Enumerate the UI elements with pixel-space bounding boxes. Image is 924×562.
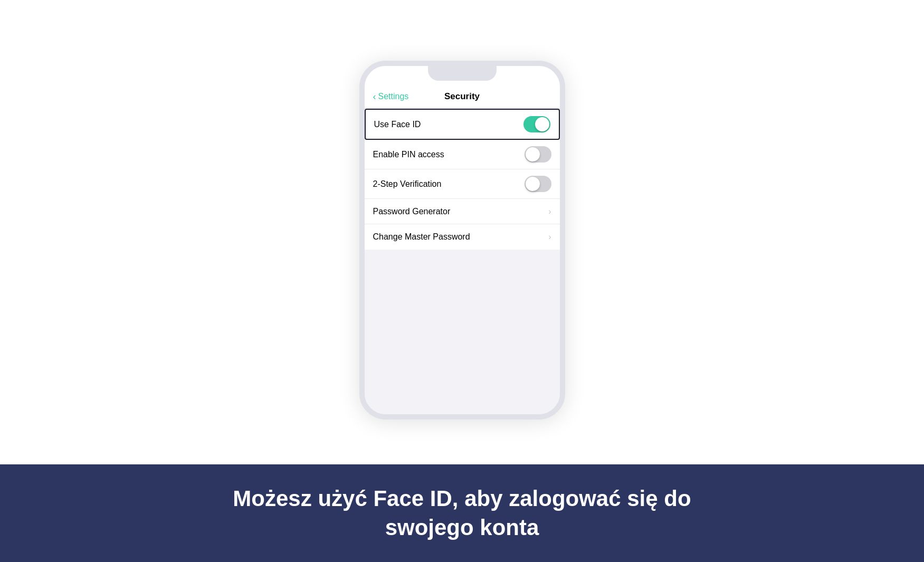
- face-id-toggle-knob: [535, 117, 549, 131]
- phone-notch: [428, 66, 497, 81]
- nav-title: Security: [444, 91, 480, 102]
- pin-access-toggle-knob: [526, 147, 540, 161]
- face-id-label: Use Face ID: [374, 120, 421, 129]
- main-content: ‹ Settings Security Use Face ID: [0, 0, 924, 464]
- two-step-label: 2-Step Verification: [373, 179, 442, 189]
- settings-row-face-id[interactable]: Use Face ID: [365, 109, 560, 140]
- two-step-toggle[interactable]: [525, 176, 551, 192]
- caption-text: Możesz użyć Face ID, aby zalogować się d…: [233, 484, 691, 542]
- pin-access-toggle[interactable]: [525, 146, 551, 163]
- change-master-password-label: Change Master Password: [373, 232, 470, 242]
- caption-line2: swojego konta: [385, 515, 539, 540]
- password-generator-label: Password Generator: [373, 207, 451, 216]
- settings-list: Use Face ID Enable PIN access: [365, 109, 560, 414]
- settings-row-password-generator[interactable]: Password Generator ›: [365, 199, 560, 224]
- settings-row-change-master-password[interactable]: Change Master Password ›: [365, 224, 560, 250]
- pin-access-label: Enable PIN access: [373, 150, 444, 159]
- phone-mockup: ‹ Settings Security Use Face ID: [359, 61, 565, 420]
- face-id-toggle[interactable]: [523, 116, 550, 132]
- back-button[interactable]: ‹ Settings: [373, 91, 409, 102]
- settings-row-pin-access[interactable]: Enable PIN access: [365, 140, 560, 169]
- caption-line1: Możesz użyć Face ID, aby zalogować się d…: [233, 486, 691, 511]
- settings-row-two-step[interactable]: 2-Step Verification: [365, 169, 560, 199]
- phone-screen: ‹ Settings Security Use Face ID: [365, 66, 560, 414]
- caption-bar: Możesz użyć Face ID, aby zalogować się d…: [0, 464, 924, 562]
- change-master-password-chevron-icon: ›: [548, 232, 551, 242]
- back-label: Settings: [378, 92, 409, 101]
- settings-section: Use Face ID Enable PIN access: [365, 109, 560, 250]
- two-step-toggle-knob: [526, 177, 540, 191]
- back-chevron-icon: ‹: [373, 91, 376, 102]
- password-generator-chevron-icon: ›: [548, 207, 551, 216]
